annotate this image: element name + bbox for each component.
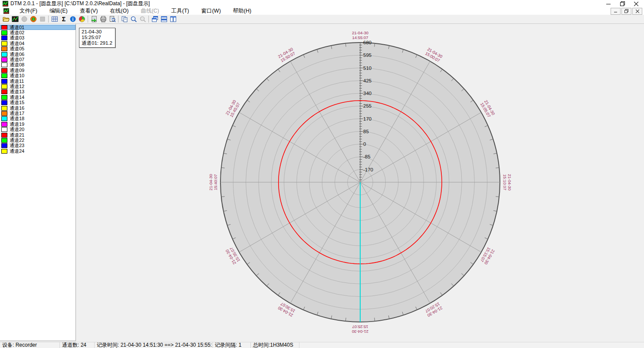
print-preview-icon [109, 16, 116, 23]
svg-text:14:55:07: 14:55:07 [352, 35, 368, 40]
menu-bar: 文件(F)编辑(E)查看(V)在线(O)曲线(C)工具(T)窗口(W)帮助(H) [0, 7, 644, 15]
menu-item[interactable]: 编辑(E) [43, 7, 74, 15]
tile-horizontal-icon [161, 16, 168, 23]
menu-item[interactable]: 帮助(H) [227, 7, 257, 15]
open-folder-button[interactable] [1, 15, 10, 23]
time-label: 21-04-3015:40:07 [208, 174, 218, 190]
trend-chart-button[interactable] [10, 15, 20, 23]
channel-color-swatch [1, 89, 7, 94]
record-active-button[interactable] [29, 15, 38, 23]
axis-tick-label: 255 [363, 103, 371, 108]
axis-tick-label: 595 [363, 53, 371, 58]
tile-vertical-icon [170, 16, 177, 23]
channel-color-swatch [1, 73, 7, 78]
svg-text:21-04-30: 21-04-30 [208, 174, 213, 190]
restore-button[interactable] [615, 0, 629, 7]
tooltip-date: 21-04-30 [82, 29, 112, 35]
axis-tick-label: 170 [363, 116, 371, 121]
zoom-button[interactable] [129, 15, 138, 23]
stop-square-button [38, 15, 47, 23]
close-button[interactable] [629, 0, 643, 7]
mdi-minimize-icon [614, 10, 617, 13]
polar-dial-chart: 680595510425340255170850-85-17021-04-301… [76, 24, 644, 342]
minimize-button[interactable] [601, 0, 615, 7]
channel-color-swatch [1, 62, 7, 67]
data-table-button[interactable] [50, 15, 59, 23]
cascade-windows-icon [151, 16, 158, 23]
axis-tick-label: -85 [363, 154, 371, 159]
mdi-close-button[interactable] [632, 8, 642, 15]
svg-text:21-04-30: 21-04-30 [352, 329, 368, 334]
channel-color-swatch [1, 25, 7, 30]
channel-color-swatch [1, 143, 7, 148]
copy-button[interactable] [120, 15, 129, 23]
channel-color-swatch [1, 116, 7, 121]
mdi-restore-button[interactable] [621, 8, 631, 15]
tile-horizontal-button[interactable] [159, 15, 168, 23]
channel-color-swatch [1, 133, 7, 138]
status-pane [299, 342, 644, 348]
zoom-disabled-button [138, 15, 147, 23]
printer-icon [100, 16, 107, 23]
zoom-disabled-icon [139, 16, 146, 23]
svg-text:Σ: Σ [62, 16, 65, 23]
menu-item[interactable]: 查看(V) [74, 7, 104, 15]
open-folder-icon [3, 16, 10, 23]
toolbar-separator [48, 16, 49, 23]
tile-vertical-button[interactable] [168, 15, 177, 23]
menu-item: 曲线(C) [135, 7, 165, 15]
svg-text:15:25:07: 15:25:07 [352, 325, 368, 329]
print-preview-button[interactable] [108, 15, 117, 23]
toolbar-separator [88, 16, 88, 23]
dial-chart-area: 680595510425340255170850-85-17021-04-301… [76, 24, 644, 342]
menu-item[interactable]: 工具(T) [165, 7, 195, 15]
data-table-icon [51, 16, 58, 23]
axis-tick-label: 0 [363, 141, 366, 147]
mdi-child-icon [3, 8, 9, 14]
copy-icon [121, 16, 128, 23]
svg-text:15:10:07: 15:10:07 [503, 174, 507, 190]
sigma-button[interactable]: Σ [59, 15, 68, 23]
channel-color-swatch [1, 111, 7, 116]
tooltip-time: 15:25:07 [82, 35, 112, 40]
main-region: 通道01通道02通道03通道04通道05通道06通道07通道08通道09通道10… [0, 24, 644, 342]
export-button[interactable] [89, 15, 99, 23]
time-label: 21-04-3015:10:07 [503, 174, 512, 190]
channel-color-swatch [1, 149, 7, 154]
info-button[interactable]: i [68, 15, 77, 23]
channel-color-swatch [1, 52, 7, 57]
mdi-minimize-button[interactable] [611, 8, 621, 15]
axis-tick-label: 425 [363, 78, 371, 83]
status-pane: 设备: Recorder [0, 342, 60, 348]
trend-chart-icon [12, 16, 19, 23]
close-icon [634, 2, 638, 6]
record-active-icon [30, 16, 37, 23]
channel-label: 通道24 [10, 148, 24, 154]
mdi-restore-icon [624, 9, 628, 13]
window-title: DTM 2.0.1 - [圆盘显示] [C:\DTM 2.0.2\RealDat… [10, 0, 601, 7]
app-window: DTM 2.0.1 - [圆盘显示] [C:\DTM 2.0.2\RealDat… [0, 0, 644, 348]
pie-chart-icon [79, 16, 85, 23]
axis-tick-label: -170 [363, 167, 373, 172]
minimize-icon [606, 2, 611, 6]
menu-item[interactable]: 窗口(W) [195, 7, 227, 15]
cascade-windows-button[interactable] [150, 15, 159, 23]
channel-item[interactable]: 通道24 [0, 148, 76, 154]
status-pane: 通道数: 24 [60, 342, 95, 348]
app-icon [3, 1, 8, 7]
printer-button[interactable] [99, 15, 108, 23]
menu-item[interactable]: 在线(O) [104, 7, 135, 15]
channel-color-swatch [1, 30, 7, 35]
toolbar-separator [118, 16, 118, 23]
tooltip-channel-value: 通道01: 291.2 [82, 40, 112, 46]
channel-color-swatch [1, 57, 7, 62]
status-bar: 设备: Recorder通道数: 24记录时间: 21-04-30 14:51:… [0, 342, 644, 348]
mdi-close-icon [636, 10, 639, 13]
value-tooltip: 21-04-30 15:25:07 通道01: 291.2 [79, 28, 115, 48]
status-pane: 记录间隔: 1 [213, 342, 251, 348]
channel-color-swatch [1, 84, 7, 89]
pie-chart-button[interactable] [77, 15, 86, 23]
export-icon [91, 16, 98, 23]
menu-item[interactable]: 文件(F) [13, 7, 43, 15]
svg-text:21-04-30: 21-04-30 [352, 30, 368, 35]
